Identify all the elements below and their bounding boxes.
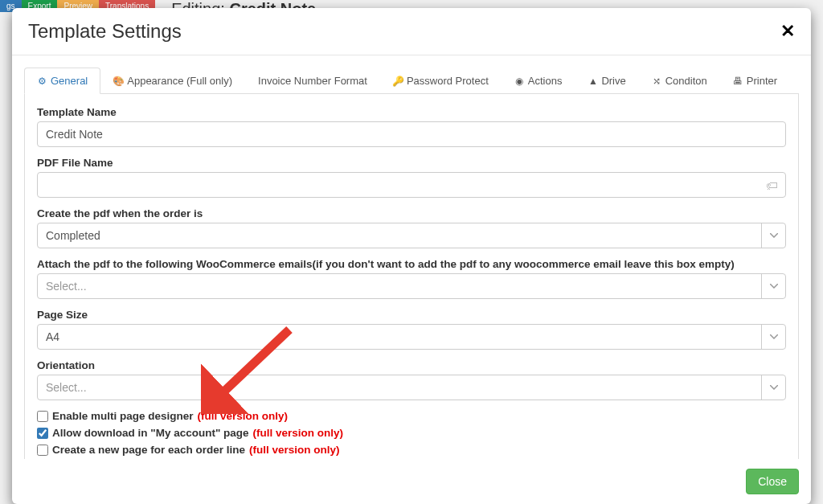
orientation-select[interactable]: Select... bbox=[37, 375, 786, 400]
tab-general[interactable]: ⚙ General bbox=[24, 68, 100, 94]
tab-label: Password Protect bbox=[407, 75, 489, 87]
allow-download-row: Allow download in "My account" page (ful… bbox=[37, 427, 786, 439]
tab-label: Conditon bbox=[665, 75, 707, 87]
full-version-only-badge: (full version only) bbox=[198, 410, 289, 422]
tab-printer[interactable]: 🖶 Printer bbox=[720, 68, 790, 94]
palette-icon: 🎨 bbox=[113, 76, 124, 86]
tab-label: Drive bbox=[601, 75, 625, 87]
drive-icon: ▲ bbox=[588, 76, 598, 86]
page-size-label: Page Size bbox=[37, 309, 786, 321]
attach-emails-label: Attach the pdf to the following WooComme… bbox=[37, 258, 786, 270]
tab-password[interactable]: 🔑 Password Protect bbox=[380, 68, 502, 94]
page-size-select[interactable]: A4 bbox=[37, 324, 786, 350]
tab-label: General bbox=[51, 75, 88, 87]
close-button[interactable]: Close bbox=[746, 469, 799, 494]
shuffle-icon: ⤭ bbox=[652, 76, 662, 86]
printer-icon: 🖶 bbox=[733, 76, 743, 86]
close-icon[interactable]: ✕ bbox=[780, 23, 795, 40]
chevron-down-icon bbox=[761, 375, 785, 400]
tab-label: Invoice Number Format bbox=[258, 75, 367, 87]
tab-drive[interactable]: ▲ Drive bbox=[575, 68, 638, 94]
full-version-only-badge: (full version only) bbox=[249, 444, 340, 456]
modal-body: ⚙ General 🎨 Appearance (Full only) Invoi… bbox=[12, 55, 811, 459]
attach-emails-select[interactable]: Select... bbox=[37, 273, 786, 299]
tab-invoice-number[interactable]: Invoice Number Format bbox=[245, 68, 380, 94]
create-when-label: Create the pdf when the order is bbox=[37, 207, 786, 219]
tab-panel-general: Template Name PDF File Name 🏷 Create the… bbox=[24, 94, 799, 459]
tab-label: Actions bbox=[528, 75, 563, 87]
checkbox-label: Allow download in "My account" page bbox=[52, 427, 249, 439]
modal-footer: Close bbox=[12, 459, 811, 504]
key-icon: 🔑 bbox=[393, 76, 403, 86]
tab-label: Printer bbox=[747, 75, 777, 87]
enable-multi-page-row: Enable multi page designer (full version… bbox=[37, 410, 786, 422]
tab-actions[interactable]: ◉ Actions bbox=[502, 68, 575, 94]
chevron-down-icon bbox=[761, 325, 785, 349]
full-version-only-badge: (full version only) bbox=[253, 427, 344, 439]
tabs: ⚙ General 🎨 Appearance (Full only) Invoi… bbox=[24, 68, 799, 94]
pdf-file-name-input[interactable] bbox=[37, 172, 786, 198]
gear-icon: ⚙ bbox=[37, 76, 47, 86]
checkbox-label: Enable multi page designer bbox=[52, 410, 194, 422]
modal-header: Template Settings ✕ bbox=[12, 8, 811, 55]
template-name-input[interactable] bbox=[37, 121, 786, 147]
orientation-label: Orientation bbox=[37, 359, 786, 371]
checkbox-label: Create a new page for each order line bbox=[52, 444, 245, 456]
select-placeholder: Select... bbox=[38, 375, 761, 400]
template-settings-modal: Template Settings ✕ ⚙ General 🎨 Appearan… bbox=[12, 8, 811, 504]
modal-title: Template Settings bbox=[28, 20, 182, 43]
tab-label: Appearance (Full only) bbox=[127, 75, 232, 87]
enable-multi-page-checkbox[interactable] bbox=[37, 411, 48, 422]
target-icon: ◉ bbox=[514, 76, 525, 86]
create-when-select[interactable]: Completed bbox=[37, 223, 786, 248]
allow-download-checkbox[interactable] bbox=[37, 428, 48, 439]
tab-appearance[interactable]: 🎨 Appearance (Full only) bbox=[100, 68, 245, 94]
tab-condition[interactable]: ⤭ Conditon bbox=[639, 68, 720, 94]
new-page-per-line-row: Create a new page for each order line (f… bbox=[37, 444, 786, 456]
new-page-per-line-checkbox[interactable] bbox=[37, 445, 48, 456]
template-name-label: Template Name bbox=[37, 106, 786, 118]
select-value: Completed bbox=[38, 223, 761, 248]
select-placeholder: Select... bbox=[38, 274, 761, 298]
select-value: A4 bbox=[38, 325, 761, 349]
tag-icon[interactable]: 🏷 bbox=[766, 178, 778, 192]
chevron-down-icon bbox=[761, 274, 785, 298]
chevron-down-icon bbox=[761, 223, 785, 248]
pdf-file-name-label: PDF File Name bbox=[37, 157, 786, 169]
